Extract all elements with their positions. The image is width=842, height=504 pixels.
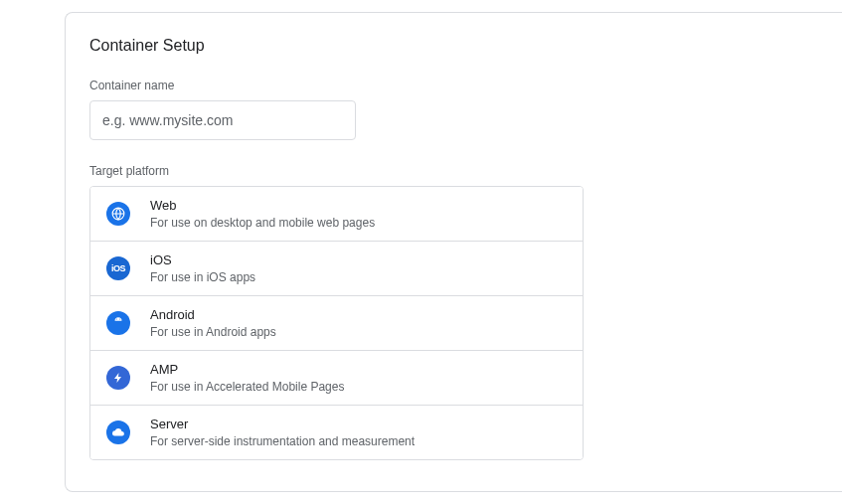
platform-option-web[interactable]: Web For use on desktop and mobile web pa… (90, 187, 583, 242)
platform-desc: For use in Accelerated Mobile Pages (150, 379, 344, 395)
target-platform-label: Target platform (89, 164, 842, 178)
platform-name: Android (150, 306, 276, 324)
container-name-label: Container name (89, 79, 842, 92)
svg-point-1 (116, 318, 117, 319)
container-setup-panel: Container Setup Container name Target pl… (65, 12, 842, 492)
platform-desc: For server-side instrumentation and meas… (150, 433, 415, 449)
amp-icon (106, 366, 130, 390)
platform-desc: For use in Android apps (150, 324, 276, 340)
android-icon (106, 311, 130, 335)
platform-name: AMP (150, 361, 344, 379)
svg-point-2 (119, 318, 120, 319)
platform-option-android[interactable]: Android For use in Android apps (90, 296, 583, 351)
server-icon (106, 420, 130, 444)
platform-option-ios[interactable]: iOS iOS For use in iOS apps (90, 242, 583, 296)
container-name-input[interactable] (89, 100, 356, 140)
web-icon (106, 202, 130, 226)
panel-title: Container Setup (89, 37, 842, 55)
platform-option-server[interactable]: Server For server-side instrumentation a… (90, 406, 583, 459)
ios-icon: iOS (106, 256, 130, 280)
platform-option-amp[interactable]: AMP For use in Accelerated Mobile Pages (90, 351, 583, 406)
platform-desc: For use on desktop and mobile web pages (150, 215, 375, 231)
platform-name: iOS (150, 252, 255, 269)
platform-name: Web (150, 197, 375, 215)
platform-name: Server (150, 416, 415, 433)
platform-list: Web For use on desktop and mobile web pa… (89, 186, 584, 460)
platform-desc: For use in iOS apps (150, 269, 255, 285)
